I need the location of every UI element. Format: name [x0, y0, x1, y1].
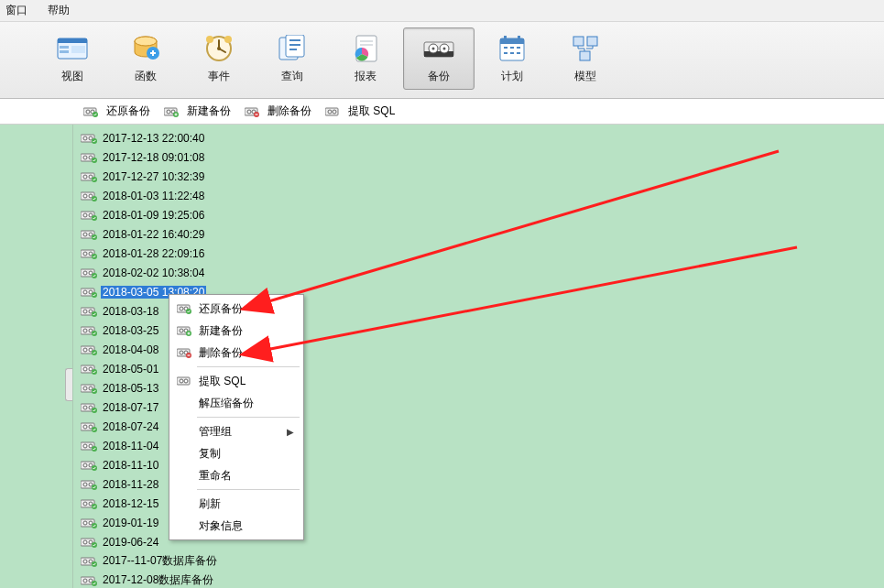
report-icon [349, 32, 382, 65]
svg-point-81 [83, 310, 87, 313]
ctx-refresh-label: 刷新 [199, 496, 221, 512]
backup-file-name: 2018-03-18 [101, 305, 160, 318]
backup-file-row[interactable]: 2017-12-08数据库备份 [79, 571, 884, 588]
toolbar-event-button[interactable]: 事件 [183, 27, 255, 90]
toolbar-view-button[interactable]: 视图 [37, 27, 108, 90]
backup-file-row[interactable]: 2017--11-07数据库备份 [79, 551, 884, 571]
backup-file-name: 2018-04-08 [101, 343, 160, 356]
action-new-backup[interactable]: 新建备份 [163, 103, 231, 119]
ctx-manage-group[interactable]: 管理组 ▶ [171, 420, 301, 442]
svg-point-90 [89, 348, 93, 352]
func-icon [129, 32, 162, 65]
backup-file-icon [81, 286, 97, 299]
backup-file-icon [81, 247, 97, 260]
ctx-extract-sql[interactable]: 提取 SQL [171, 370, 301, 392]
backup-file-icon [81, 382, 97, 395]
svg-point-109 [83, 444, 87, 448]
svg-point-101 [83, 406, 87, 409]
restore-small-icon [177, 301, 191, 316]
svg-point-30 [86, 110, 90, 114]
svg-point-129 [83, 540, 87, 544]
svg-point-105 [83, 425, 87, 429]
backup-file-row[interactable]: 2018-01-03 11:22:48 [79, 186, 884, 205]
backup-file-row[interactable]: 2018-01-28 22:09:16 [79, 244, 884, 263]
backup-file-row[interactable]: 2018-01-22 16:40:29 [79, 224, 884, 244]
toolbar-view-label: 视图 [61, 69, 83, 84]
svg-point-113 [83, 463, 87, 467]
ctx-rename[interactable]: 重命名 [171, 464, 301, 486]
ctx-refresh[interactable]: 刷新 [171, 493, 301, 515]
ctx-delete-label: 删除备份 [199, 345, 243, 361]
ctx-restore-backup[interactable]: 还原备份 [171, 298, 301, 320]
backup-file-icon [81, 170, 97, 183]
delete-small-icon [244, 105, 260, 118]
menu-help[interactable]: 帮助 [48, 3, 70, 18]
query-icon [276, 32, 309, 65]
backup-file-row[interactable]: 2018-02-02 10:38:04 [79, 263, 884, 282]
svg-rect-17 [424, 51, 453, 57]
sidebar-collapse-handle[interactable] [65, 368, 72, 401]
svg-point-53 [83, 175, 87, 179]
toolbar-func-button[interactable]: 函数 [110, 27, 181, 90]
svg-point-57 [83, 194, 87, 198]
toolbar-event-label: 事件 [208, 69, 230, 84]
action-extract-sql[interactable]: 提取 SQL [324, 103, 395, 119]
toolbar-backup-label: 备份 [428, 69, 450, 84]
backup-file-name: 2018-07-24 [101, 420, 160, 433]
backup-file-icon [81, 305, 97, 318]
ctx-separator [197, 366, 300, 367]
menu-window[interactable]: 窗口 [5, 3, 27, 18]
svg-point-66 [89, 233, 93, 236]
toolbar-report-button[interactable]: 报表 [330, 27, 401, 90]
backup-file-row[interactable]: 2017-12-13 22:00:40 [79, 128, 884, 147]
toolbar-backup-button[interactable]: 备份 [403, 27, 475, 90]
svg-point-65 [83, 233, 87, 236]
menu-bar: 窗口 帮助 [0, 0, 884, 22]
svg-point-89 [83, 348, 87, 352]
backup-file-icon [81, 267, 97, 279]
action-delete-backup[interactable]: 删除备份 [244, 103, 311, 119]
toolbar-func-label: 函数 [135, 69, 157, 84]
toolbar-model-label: 模型 [574, 69, 596, 84]
svg-point-58 [89, 194, 93, 198]
svg-point-154 [184, 379, 188, 383]
svg-point-42 [328, 110, 332, 114]
backup-file-name: 2018-03-25 [101, 324, 160, 337]
backup-file-row[interactable]: 2017-12-18 09:01:08 [79, 147, 884, 167]
submenu-arrow-icon: ▶ [287, 427, 294, 437]
backup-file-icon [81, 363, 97, 376]
ctx-separator [197, 417, 300, 418]
backup-file-row[interactable]: 2017-12-27 10:32:39 [79, 167, 884, 186]
svg-point-93 [83, 367, 87, 371]
view-icon [56, 32, 89, 65]
ctx-copy[interactable]: 复制 [171, 442, 301, 464]
action-restore-backup[interactable]: 还原备份 [82, 103, 150, 119]
ctx-extract-label: 提取 SQL [199, 374, 246, 389]
svg-point-117 [83, 483, 87, 486]
svg-point-54 [89, 175, 93, 179]
backup-file-row[interactable]: 2018-01-09 19:25:06 [79, 205, 884, 224]
action-delete-label: 删除备份 [267, 103, 311, 119]
svg-point-133 [83, 560, 87, 563]
svg-point-38 [247, 110, 251, 114]
svg-point-61 [83, 213, 87, 217]
backup-file-icon [81, 228, 97, 241]
ctx-new-backup[interactable]: 新建备份 [171, 320, 301, 342]
ctx-delete-backup[interactable]: 删除备份 [171, 342, 301, 364]
svg-point-62 [89, 213, 93, 217]
toolbar-report-label: 报表 [355, 69, 377, 84]
ctx-unzip-backup[interactable]: 解压缩备份 [171, 392, 301, 414]
toolbar-query-button[interactable]: 查询 [256, 27, 328, 90]
svg-point-45 [83, 136, 87, 140]
svg-rect-28 [580, 51, 590, 60]
svg-point-137 [83, 579, 87, 583]
toolbar-plan-button[interactable]: 计划 [476, 27, 548, 90]
ctx-copy-label: 复制 [199, 446, 221, 462]
toolbar-model-button[interactable]: 模型 [550, 27, 621, 90]
backup-file-icon [81, 132, 97, 145]
svg-point-10 [206, 36, 213, 43]
svg-point-114 [89, 463, 93, 467]
svg-point-82 [89, 310, 93, 313]
ctx-object-info[interactable]: 对象信息 [171, 515, 301, 537]
svg-point-141 [180, 307, 183, 310]
